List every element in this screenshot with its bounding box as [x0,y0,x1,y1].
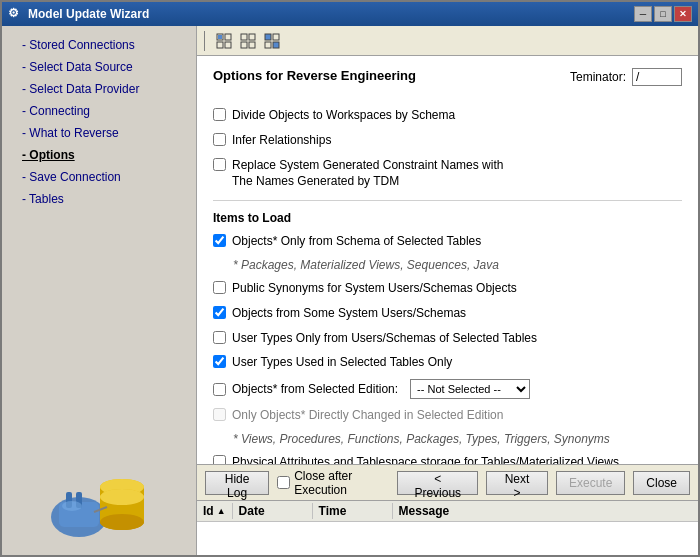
label-objects-system-users: Objects from Some System Users/Schemas [232,305,466,322]
itl-row-2: Public Synonyms for System Users/Schemas… [213,280,682,297]
sidebar-item-select-data-source[interactable]: - Select Data Source [2,56,196,78]
terminator-label: Teminator: [570,70,626,84]
logo-image [39,457,159,537]
log-area: Id ▲ Date Time Message [197,500,698,555]
log-col-id-label: Id [203,504,214,518]
itl-row-8-note: * Views, Procedures, Functions, Packages… [233,432,682,446]
section-title: Options for Reverse Engineering [213,68,416,83]
checkbox-objects-edition[interactable] [213,383,226,396]
close-after-checkbox[interactable] [277,476,290,489]
sidebar-logo [2,447,196,547]
label-user-types-tables: User Types Used in Selected Tables Only [232,354,452,371]
svg-rect-24 [273,34,279,40]
indent-note-1: * Packages, Materialized Views, Sequence… [233,258,499,272]
svg-rect-22 [249,42,255,48]
sidebar-item-save-connection[interactable]: - Save Connection [2,166,196,188]
checkbox-objects-system-users[interactable] [213,306,226,319]
views-note: * Views, Procedures, Functions, Packages… [233,432,610,446]
label-objects-edition: Objects* from Selected Edition: [232,381,398,398]
items-to-load-title: Items to Load [213,211,682,225]
checkbox-physical-attributes[interactable] [213,455,226,464]
content-scroll: Options for Reverse Engineering Teminato… [197,56,698,464]
titlebar: ⚙ Model Update Wizard ─ □ ✕ [2,2,698,26]
svg-rect-17 [225,42,231,48]
window: ⚙ Model Update Wizard ─ □ ✕ - Stored Con… [0,0,700,557]
right-panel: Options for Reverse Engineering Teminato… [197,26,698,555]
svg-rect-20 [249,34,255,40]
checkbox-user-types-tables[interactable] [213,355,226,368]
label-divide-objects: Divide Objects to Workspaces by Schema [232,107,455,124]
sidebar: - Stored Connections - Select Data Sourc… [2,26,197,555]
bottom-bar: Hide Log Close after Execution < Previou… [197,464,698,500]
window-icon: ⚙ [8,6,24,22]
terminator-section: Teminator: [570,68,682,86]
checkbox-replace-names[interactable] [213,158,226,171]
checkbox-infer-relationships[interactable] [213,133,226,146]
label-user-types-schemas: User Types Only from Users/Schemas of Se… [232,330,537,347]
log-col-message: Message [393,503,698,519]
sidebar-item-select-data-provider[interactable]: - Select Data Provider [2,78,196,100]
log-col-time: Time [313,503,393,519]
svg-rect-23 [265,34,271,40]
invert-icon [264,33,280,49]
svg-rect-19 [241,34,247,40]
svg-rect-15 [225,34,231,40]
toolbar-separator-1 [204,31,208,51]
sidebar-item-connecting[interactable]: - Connecting [2,100,196,122]
option-row-2: Infer Relationships [213,132,682,149]
sidebar-items: - Stored Connections - Select Data Sourc… [2,34,196,447]
content-area[interactable]: Options for Reverse Engineering Teminato… [197,56,698,464]
sidebar-item-options[interactable]: - Options [2,144,196,166]
option-row-1: Divide Objects to Workspaces by Schema [213,107,682,124]
checkbox-user-types-schemas[interactable] [213,331,226,344]
toolbar-btn-3[interactable] [261,30,283,52]
label-objects-schema: Objects* Only from Schema of Selected Ta… [232,233,481,250]
titlebar-buttons: ─ □ ✕ [634,6,692,22]
restore-button[interactable]: □ [654,6,672,22]
itl-row-7: Only Objects* Directly Changed in Select… [213,407,682,424]
checkbox-only-objects-changed[interactable] [213,408,226,421]
close-after-row: Close after Execution [277,469,381,497]
minimize-button[interactable]: ─ [634,6,652,22]
deselect-icon [240,33,256,49]
checkbox-public-synonyms[interactable] [213,281,226,294]
log-body [197,522,698,530]
svg-point-4 [62,501,82,511]
label-infer-relationships: Infer Relationships [232,132,331,149]
close-wizard-button[interactable]: Close [633,471,690,495]
previous-button[interactable]: < Previous [397,471,478,495]
label-only-objects-changed: Only Objects* Directly Changed in Select… [232,407,503,424]
checkbox-divide-objects[interactable] [213,108,226,121]
sidebar-item-stored-connections[interactable]: - Stored Connections [2,34,196,56]
sidebar-item-tables[interactable]: - Tables [2,188,196,210]
log-col-message-label: Message [399,504,450,518]
next-button[interactable]: Next > [486,471,548,495]
checkbox-objects-schema[interactable] [213,234,226,247]
execute-button[interactable]: Execute [556,471,625,495]
itl-row-3: Objects from Some System Users/Schemas [213,305,682,322]
hide-log-button[interactable]: Hide Log [205,471,269,495]
window-title: Model Update Wizard [28,7,634,21]
log-col-time-label: Time [319,504,347,518]
label-physical-attributes: Physical Attributes and Tablespace stora… [232,454,619,464]
toolbar-btn-1[interactable] [213,30,235,52]
close-button[interactable]: ✕ [674,6,692,22]
itl-row-6: Objects* from Selected Edition: -- Not S… [213,379,682,399]
svg-rect-26 [273,42,279,48]
label-replace-names: Replace System Generated Constraint Name… [232,157,503,191]
itl-row-9: Physical Attributes and Tablespace stora… [213,454,682,464]
items-to-load-section: Items to Load Objects* Only from Schema … [213,200,682,464]
svg-point-11 [100,514,144,530]
svg-point-12 [100,489,144,505]
itl-row-4: User Types Only from Users/Schemas of Se… [213,330,682,347]
edition-dropdown[interactable]: -- Not Selected -- [410,379,530,399]
terminator-input[interactable] [632,68,682,86]
toolbar-btn-2[interactable] [237,30,259,52]
label-public-synonyms: Public Synonyms for System Users/Schemas… [232,280,517,297]
option-row-3: Replace System Generated Constraint Name… [213,157,682,191]
itl-row-1: Objects* Only from Schema of Selected Ta… [213,233,682,250]
sidebar-item-what-to-reverse[interactable]: - What to Reverse [2,122,196,144]
log-col-date: Date [233,503,313,519]
main-content: - Stored Connections - Select Data Sourc… [2,26,698,555]
svg-rect-16 [217,42,223,48]
